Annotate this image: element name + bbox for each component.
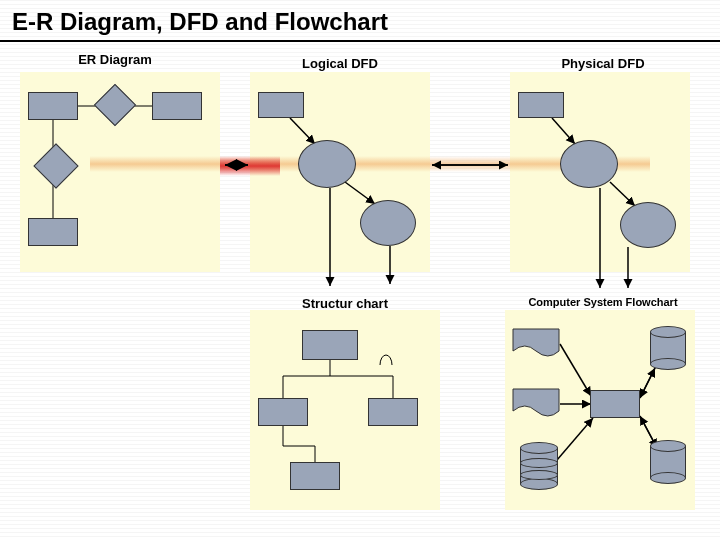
pdfd-process-1 <box>560 140 618 188</box>
panel-struct-label: Structur chart <box>285 296 405 311</box>
struct-box-1 <box>302 330 358 360</box>
svg-line-23 <box>560 344 591 396</box>
flow-db-2 <box>650 440 686 484</box>
flow-process <box>590 390 640 418</box>
flow-db-stack <box>520 442 558 490</box>
ldfd-external <box>258 92 304 118</box>
svg-line-25 <box>557 418 593 460</box>
pdfd-process-2 <box>620 202 676 248</box>
struct-box-2 <box>258 398 308 426</box>
svg-line-27 <box>640 368 655 398</box>
ldfd-process-2 <box>360 200 416 246</box>
struct-box-3 <box>368 398 418 426</box>
flow-doc-1 <box>512 328 560 358</box>
er-entity-3 <box>28 218 78 246</box>
er-entity-1 <box>28 92 78 120</box>
ldfd-process-1 <box>298 140 356 188</box>
panel-flow-label: Computer System Flowchart <box>508 296 698 308</box>
inter-panel-arrows <box>0 0 720 280</box>
struct-box-4 <box>290 462 340 490</box>
pdfd-external <box>518 92 564 118</box>
flow-doc-2 <box>512 388 560 418</box>
er-entity-2 <box>152 92 202 120</box>
flow-db-1 <box>650 326 686 370</box>
